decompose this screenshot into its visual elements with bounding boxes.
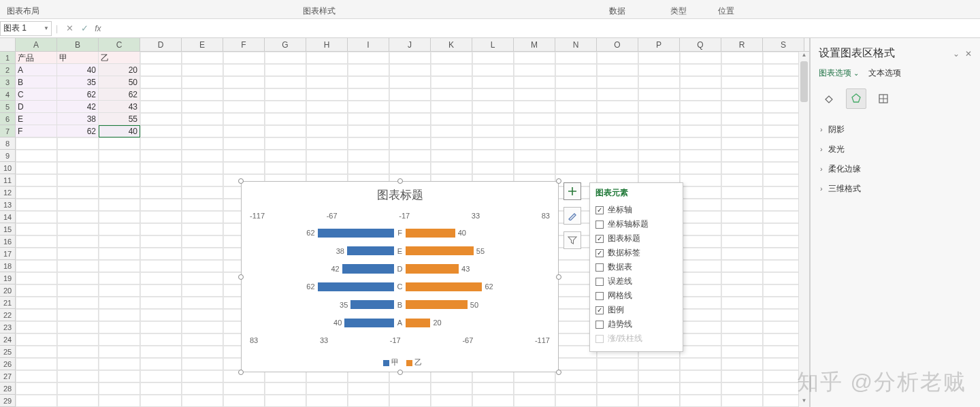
cell[interactable] [16, 358, 57, 370]
plot-area[interactable]: -117-67-173383 6240F3855E4243D6262C3550B… [250, 212, 550, 344]
row-header[interactable]: 22 [0, 309, 16, 321]
cell[interactable] [223, 395, 265, 407]
cell[interactable] [140, 88, 182, 101]
cell[interactable] [306, 64, 348, 76]
cell[interactable] [16, 346, 57, 358]
cell[interactable] [597, 358, 638, 370]
cell[interactable] [57, 309, 99, 321]
cell[interactable] [99, 297, 140, 309]
cell[interactable] [680, 52, 721, 64]
cell[interactable]: D [16, 101, 57, 113]
row-header[interactable]: 18 [0, 260, 16, 272]
cell[interactable] [555, 52, 597, 64]
cell[interactable] [16, 174, 57, 186]
cell[interactable] [597, 162, 638, 174]
name-box[interactable]: 图表 1 ▼ [0, 21, 52, 36]
format-section[interactable]: 三维格式 [819, 179, 972, 199]
cell[interactable] [721, 223, 763, 235]
cell[interactable] [99, 186, 140, 199]
row-header[interactable]: 15 [0, 223, 16, 235]
cell[interactable] [182, 211, 223, 223]
cell[interactable] [431, 150, 472, 162]
cell[interactable] [721, 370, 763, 382]
cell[interactable] [265, 88, 306, 101]
row-header[interactable]: 10 [0, 162, 16, 174]
cell[interactable] [57, 211, 99, 223]
ribbon-group-style[interactable]: 图表样式 [303, 5, 336, 17]
cell[interactable] [99, 395, 140, 407]
chart-element-option[interactable]: 坐标轴标题 [595, 217, 677, 231]
cell[interactable] [57, 382, 99, 395]
cell[interactable] [597, 88, 638, 101]
cell[interactable] [348, 137, 389, 150]
cell[interactable] [555, 125, 597, 137]
cell[interactable] [57, 223, 99, 235]
cell[interactable] [223, 382, 265, 395]
cell[interactable] [721, 174, 763, 186]
cell[interactable] [16, 137, 57, 150]
cell[interactable] [223, 76, 265, 88]
cell[interactable] [721, 309, 763, 321]
cell[interactable] [265, 52, 306, 64]
chart-element-option[interactable]: 误差线 [595, 274, 677, 289]
cell[interactable] [16, 150, 57, 162]
cell[interactable] [389, 150, 431, 162]
cell[interactable] [348, 52, 389, 64]
cell[interactable] [721, 137, 763, 150]
cell[interactable] [99, 174, 140, 186]
cell[interactable] [431, 101, 472, 113]
cell[interactable] [99, 235, 140, 248]
column-header[interactable]: B [57, 38, 99, 51]
cell[interactable] [680, 272, 721, 284]
cell[interactable] [721, 321, 763, 333]
cell[interactable] [514, 150, 555, 162]
cell[interactable] [223, 113, 265, 125]
column-header[interactable]: P [638, 38, 680, 51]
cell[interactable] [389, 125, 431, 137]
row-header[interactable]: 9 [0, 150, 16, 162]
cell[interactable] [265, 113, 306, 125]
ribbon-group-data[interactable]: 数据 [609, 5, 625, 17]
cell[interactable] [721, 297, 763, 309]
cell[interactable] [638, 125, 680, 137]
format-section[interactable]: 发光 [819, 140, 972, 159]
cell[interactable] [389, 162, 431, 174]
cell[interactable] [99, 382, 140, 395]
bar-jia[interactable] [347, 246, 394, 255]
cell[interactable] [16, 382, 57, 395]
cell[interactable] [182, 321, 223, 333]
cell[interactable] [638, 150, 680, 162]
cell[interactable] [472, 150, 514, 162]
row-header[interactable]: 24 [0, 333, 16, 346]
cell[interactable] [638, 395, 680, 407]
cell[interactable] [680, 174, 721, 186]
resize-handle[interactable] [238, 274, 244, 280]
cell[interactable] [140, 150, 182, 162]
cell[interactable] [431, 137, 472, 150]
cell[interactable] [597, 52, 638, 64]
cell[interactable] [597, 125, 638, 137]
cell[interactable] [680, 297, 721, 309]
cell[interactable] [680, 309, 721, 321]
cell[interactable] [348, 382, 389, 395]
cell[interactable] [721, 101, 763, 113]
cell[interactable] [140, 113, 182, 125]
cell[interactable] [140, 346, 182, 358]
cell[interactable] [597, 101, 638, 113]
cell[interactable] [431, 395, 472, 407]
cell[interactable] [306, 76, 348, 88]
cell[interactable] [140, 284, 182, 297]
cell[interactable]: 62 [57, 125, 99, 137]
cell[interactable] [182, 64, 223, 76]
bar-jia[interactable] [350, 300, 393, 309]
cell[interactable] [638, 88, 680, 101]
format-section[interactable]: 阴影 [819, 120, 972, 140]
cell[interactable]: 40 [57, 64, 99, 76]
cell[interactable] [555, 382, 597, 395]
bar-yi[interactable] [406, 264, 459, 273]
chart-element-option[interactable]: ✓数据标签 [595, 246, 677, 260]
scroll-thumb[interactable] [800, 61, 808, 102]
cell[interactable] [597, 137, 638, 150]
cell[interactable] [721, 76, 763, 88]
cell[interactable] [140, 101, 182, 113]
